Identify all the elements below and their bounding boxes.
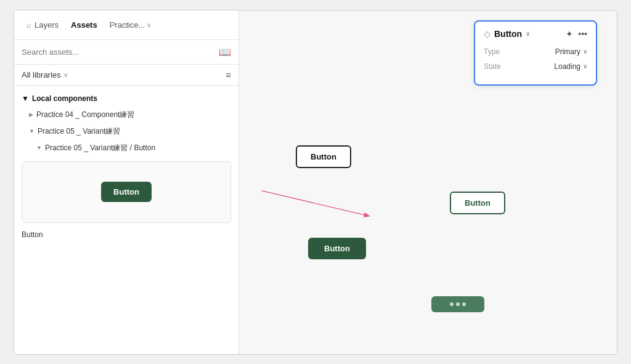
libraries-bar: All libraries ∨ ≡ (14, 65, 238, 86)
nav-assets[interactable]: Assets (66, 17, 102, 33)
libraries-label: All libraries (22, 70, 61, 79)
nav-practice-label: Practice... (110, 20, 145, 30)
triangle-right-icon: ▶ (29, 111, 33, 118)
right-panel: ◇ Button ∨ ✦ ••• Type Primary ∨ State (239, 10, 617, 354)
arrow-connector (259, 25, 597, 339)
tree-item-practice04[interactable]: ▶ Practice 04 _ Component練習 (14, 107, 238, 123)
chevron-down-icon: ∨ (147, 22, 151, 28)
tree-item-practice05-button[interactable]: ▼ Practice 05 _ Variant練習 / Button (14, 140, 238, 156)
canvas-btn3-label: Button (324, 244, 350, 253)
tree-item-label: Practice 05 _ Variant練習 / Button (45, 143, 155, 153)
triangle-icon: ▼ (22, 94, 29, 103)
nav-practice[interactable]: Practice... ∨ (105, 17, 157, 33)
nav-layers-label: Layers (35, 20, 59, 30)
tree-area: ▼ Local components ▶ Practice 04 _ Compo… (14, 86, 238, 354)
canvas-btn2-label: Button (465, 198, 491, 208)
search-input[interactable] (22, 47, 214, 57)
tree-item-label: Practice 04 _ Component練習 (36, 110, 134, 120)
nav-assets-label: Assets (71, 20, 97, 30)
canvas-button-outline-dark[interactable]: Button (296, 145, 351, 168)
tree-item-practice05-variant[interactable]: ▼ Practice 05 _ Variant練習 (14, 123, 238, 140)
loading-dot-2 (456, 302, 460, 306)
local-components-label: Local components (32, 94, 97, 103)
top-nav: ⌕ Layers Assets Practice... ∨ (14, 10, 238, 40)
local-components-header: ▼ Local components (14, 91, 238, 107)
component-preview-label: Button (113, 187, 139, 196)
list-icon[interactable]: ≡ (226, 70, 231, 80)
nav-layers[interactable]: ⌕ Layers (22, 17, 63, 33)
canvas-button-green[interactable]: Button (308, 238, 366, 259)
component-preview-button[interactable]: Button (101, 182, 152, 202)
search-icon: ⌕ (26, 20, 31, 30)
loading-dots (450, 302, 466, 306)
triangle-down-icon: ▼ (29, 128, 35, 134)
book-icon[interactable]: 📖 (219, 46, 231, 58)
svg-line-0 (261, 190, 368, 216)
component-name: Button (14, 228, 238, 244)
canvas-button-loading[interactable] (431, 296, 484, 312)
component-preview-card: Button (22, 161, 231, 223)
loading-dot-3 (462, 302, 466, 306)
canvas-btn1-label: Button (311, 152, 336, 161)
left-panel: ⌕ Layers Assets Practice... ∨ 📖 All libr… (14, 10, 239, 354)
all-libraries-button[interactable]: All libraries ∨ (22, 70, 68, 79)
canvas-button-outline-green[interactable]: Button (450, 192, 505, 214)
search-bar: 📖 (14, 40, 238, 65)
triangle-down-icon: ▼ (36, 145, 42, 151)
tree-item-label: Practice 05 _ Variant練習 (38, 126, 121, 137)
loading-dot-1 (450, 302, 454, 306)
chevron-down-icon: ∨ (63, 71, 68, 78)
canvas-area: Button Button Button (259, 25, 597, 339)
